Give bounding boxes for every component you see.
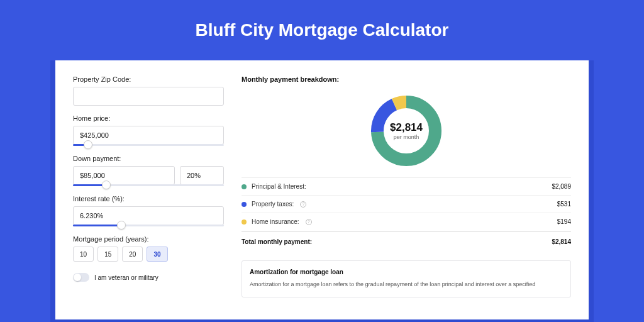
interest-rate-slider-thumb[interactable] (117, 221, 126, 230)
period-label: Mortgage period (years): (73, 235, 224, 243)
period-btn-30[interactable]: 30 (147, 247, 167, 262)
down-payment-field-group: Down payment: (73, 155, 224, 186)
dot-icon (242, 202, 247, 207)
down-payment-pct-input[interactable] (180, 166, 224, 185)
inputs-column: Property Zip Code: Home price: Down paym… (73, 75, 224, 319)
total-label: Total monthly payment: (242, 238, 312, 245)
calculator-card: Property Zip Code: Home price: Down paym… (55, 60, 589, 319)
info-icon[interactable]: ? (306, 219, 312, 225)
donut-center: $2,814 per month (390, 121, 423, 140)
info-icon[interactable]: ? (300, 201, 306, 208)
legend-label-taxes: Property taxes: (252, 201, 294, 208)
veteran-toggle-knob (74, 274, 81, 281)
page-title: Bluff City Mortgage Calculator (0, 0, 644, 55)
veteran-toggle-row: I am veteran or military (73, 273, 224, 282)
interest-rate-field-group: Interest rate (%): (73, 195, 224, 226)
legend-value-taxes: $531 (557, 201, 571, 208)
period-options: 10 15 20 30 (73, 247, 224, 262)
interest-rate-input[interactable] (73, 206, 224, 225)
home-price-field-group: Home price: (73, 114, 224, 146)
interest-rate-slider[interactable] (73, 225, 224, 226)
down-payment-slider-thumb[interactable] (102, 180, 111, 189)
donut-chart: $2,814 per month (369, 93, 444, 169)
total-row: Total monthly payment: $2,814 (242, 231, 571, 252)
period-btn-10[interactable]: 10 (73, 247, 94, 262)
dot-icon (242, 219, 247, 225)
veteran-toggle[interactable] (73, 273, 89, 282)
home-price-slider[interactable] (73, 144, 224, 146)
legend-label-insurance: Home insurance: (252, 218, 299, 225)
zip-label: Property Zip Code: (73, 75, 224, 83)
interest-rate-slider-fill (73, 225, 121, 226)
amortization-box: Amortization for mortgage loan Amortizat… (242, 260, 571, 297)
legend-row-insurance: Home insurance: ? $194 (242, 213, 571, 230)
donut-sub: per month (390, 134, 423, 140)
down-payment-slider[interactable] (73, 184, 224, 186)
legend-label-principal: Principal & Interest: (252, 183, 306, 190)
breakdown-title: Monthly payment breakdown: (242, 75, 571, 83)
donut-amount: $2,814 (390, 121, 423, 134)
breakdown-column: Monthly payment breakdown: $2,814 per mo… (242, 75, 571, 319)
legend-value-insurance: $194 (557, 218, 571, 225)
legend-row-taxes: Property taxes: ? $531 (242, 195, 571, 213)
zip-field-group: Property Zip Code: (73, 75, 224, 106)
legend-row-principal: Principal & Interest: $2,089 (242, 177, 571, 195)
down-payment-input[interactable] (73, 166, 175, 185)
veteran-toggle-label: I am veteran or military (94, 274, 158, 281)
zip-input[interactable] (73, 87, 224, 106)
home-price-slider-thumb[interactable] (84, 140, 92, 149)
home-price-input[interactable] (73, 126, 224, 145)
down-payment-label: Down payment: (73, 155, 224, 162)
amortization-text: Amortization for a mortgage loan refers … (250, 280, 563, 289)
period-btn-15[interactable]: 15 (97, 247, 118, 262)
period-btn-20[interactable]: 20 (122, 247, 143, 262)
amortization-title: Amortization for mortgage loan (250, 269, 563, 275)
donut-chart-wrap: $2,814 per month (242, 89, 571, 177)
calculator-frame: Property Zip Code: Home price: Down paym… (50, 60, 594, 322)
home-price-label: Home price: (73, 114, 224, 122)
period-field-group: Mortgage period (years): 10 15 20 30 (73, 235, 224, 262)
interest-rate-label: Interest rate (%): (73, 195, 224, 203)
legend-value-principal: $2,089 (552, 183, 571, 190)
dot-icon (242, 184, 247, 189)
total-value: $2,814 (552, 238, 571, 245)
